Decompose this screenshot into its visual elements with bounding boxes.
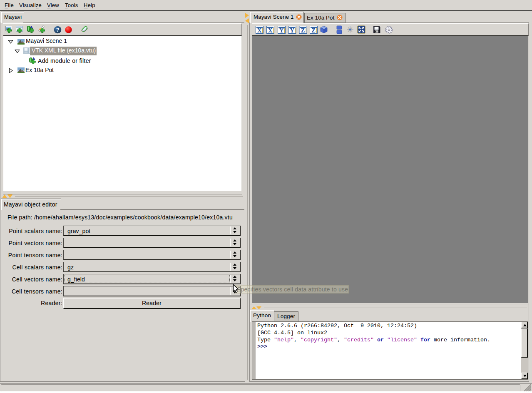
svg-text:Z: Z	[301, 27, 305, 34]
svg-text:Y: Y	[279, 27, 284, 34]
svg-text:X: X	[257, 27, 262, 34]
svg-text:Y: Y	[290, 27, 294, 34]
svg-text:?: ?	[56, 27, 60, 33]
svg-text:Z: Z	[311, 27, 316, 34]
svg-text:X: X	[268, 27, 273, 34]
